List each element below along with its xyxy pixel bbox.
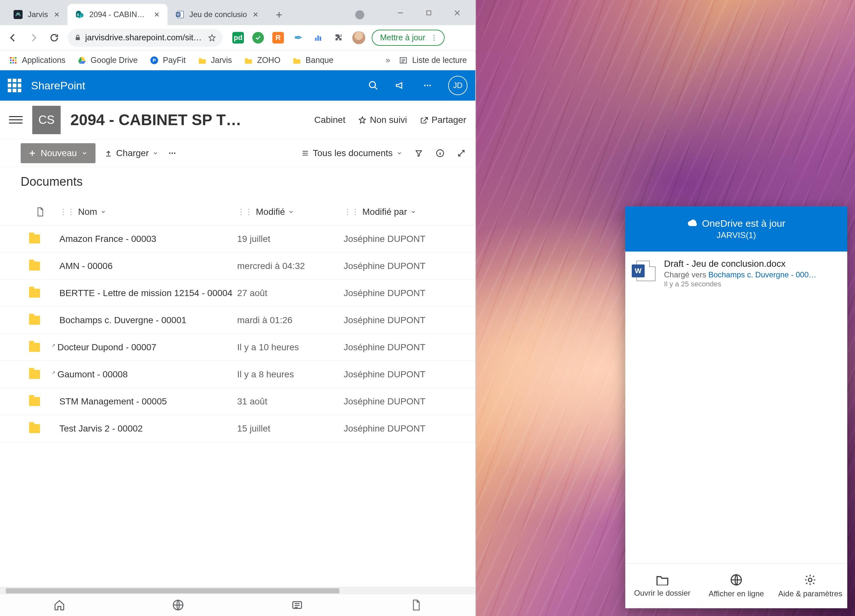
extension-bars-icon[interactable] bbox=[312, 32, 324, 44]
info-icon[interactable] bbox=[435, 148, 445, 158]
row-modified-by: Joséphine DUPONT bbox=[343, 234, 466, 244]
extension-check-icon[interactable] bbox=[252, 32, 264, 44]
horizontal-scrollbar[interactable] bbox=[0, 587, 475, 595]
bookmark-zoho[interactable]: ZOHO bbox=[244, 55, 280, 65]
scrollbar-thumb[interactable] bbox=[6, 588, 339, 593]
column-modified[interactable]: ⋮⋮ Modifié bbox=[237, 207, 343, 217]
row-modified: Il y a 10 heures bbox=[237, 342, 343, 353]
profile-avatar-icon[interactable] bbox=[352, 31, 365, 44]
site-logo[interactable]: CS bbox=[32, 106, 61, 134]
table-row[interactable]: ↗Docteur Dupond - 00007Il y a 10 heuresJ… bbox=[0, 334, 475, 361]
svg-point-18 bbox=[12, 60, 14, 61]
bookmark-jarvis[interactable]: Jarvis bbox=[198, 55, 232, 65]
tab-word[interactable]: W Jeu de conclusio bbox=[167, 4, 267, 25]
table-row[interactable]: ↗Gaumont - 00008Il y a 8 heuresJoséphine… bbox=[0, 361, 475, 388]
column-name[interactable]: ⋮⋮ Nom bbox=[59, 207, 237, 217]
column-modified-by[interactable]: ⋮⋮ Modifié par bbox=[343, 207, 466, 217]
more-actions-icon[interactable] bbox=[167, 148, 177, 158]
globe-icon[interactable] bbox=[170, 597, 186, 613]
extension-pd-icon[interactable]: pd bbox=[232, 32, 244, 44]
news-icon[interactable] bbox=[289, 597, 305, 613]
close-icon[interactable] bbox=[53, 10, 61, 19]
hamburger-menu-icon[interactable] bbox=[9, 113, 23, 127]
table-row[interactable]: Bochamps c. Duvergne - 00001mardi à 01:2… bbox=[0, 307, 475, 334]
table-row[interactable]: Test Jarvis 2 - 0000215 juilletJoséphine… bbox=[0, 415, 475, 442]
reading-list-button[interactable]: Liste de lecture bbox=[398, 55, 467, 65]
minimize-button[interactable] bbox=[394, 6, 407, 19]
view-selector[interactable]: Tous les documents bbox=[301, 148, 402, 158]
shared-badge-icon: ↗ bbox=[52, 343, 55, 348]
bookmark-gdrive[interactable]: Google Drive bbox=[77, 55, 138, 65]
table-row[interactable]: Amazon France - 0000319 juilletJoséphine… bbox=[0, 225, 475, 252]
app-launcher-icon[interactable] bbox=[8, 79, 21, 92]
close-icon[interactable] bbox=[153, 10, 161, 19]
bookmarks-overflow-icon[interactable]: » bbox=[386, 55, 390, 65]
tab-jarvis[interactable]: Jarvis bbox=[6, 4, 67, 25]
tab-label: Jarvis bbox=[28, 10, 48, 19]
star-icon[interactable] bbox=[208, 34, 216, 42]
site-title[interactable]: 2094 - CABINET SP TEA… bbox=[70, 111, 251, 129]
view-online-button[interactable]: Afficher en ligne bbox=[699, 563, 773, 608]
more-icon[interactable] bbox=[421, 79, 434, 92]
back-button[interactable] bbox=[6, 31, 20, 45]
address-bar[interactable]: jarvisdrive.sharepoint.com/site… bbox=[68, 29, 223, 47]
onedrive-footer: Ouvrir le dossier Afficher en ligne Aide… bbox=[625, 563, 847, 608]
forward-button[interactable] bbox=[26, 31, 41, 45]
extension-r-icon[interactable]: R bbox=[272, 32, 284, 44]
share-icon bbox=[420, 116, 429, 124]
svg-point-29 bbox=[429, 85, 431, 86]
extensions-menu-icon[interactable] bbox=[332, 32, 344, 44]
row-modified: Il y a 8 heures bbox=[237, 369, 343, 380]
upload-button[interactable]: Charger bbox=[104, 148, 158, 158]
maximize-button[interactable] bbox=[422, 6, 435, 19]
table-row[interactable]: AMN - 00006mercredi à 04:32Joséphine DUP… bbox=[0, 252, 475, 280]
close-window-button[interactable] bbox=[451, 6, 464, 19]
table-row[interactable]: STM Management - 0000531 aoûtJoséphine D… bbox=[0, 388, 475, 415]
row-modified: mardi à 01:26 bbox=[237, 315, 343, 326]
bookmark-banque[interactable]: Banque bbox=[292, 55, 333, 65]
word-favicon-icon: W bbox=[175, 9, 185, 20]
open-folder-button[interactable]: Ouvrir le dossier bbox=[625, 563, 699, 608]
home-icon[interactable] bbox=[51, 597, 67, 613]
bookmark-payfit[interactable]: P PayFit bbox=[149, 55, 186, 65]
user-avatar[interactable]: JD bbox=[448, 76, 467, 95]
sharepoint-title[interactable]: SharePoint bbox=[31, 79, 85, 92]
reload-button[interactable] bbox=[47, 31, 61, 45]
share-button[interactable]: Partager bbox=[420, 115, 466, 125]
open-folder-label: Ouvrir le dossier bbox=[634, 588, 691, 598]
onedrive-sync-item[interactable]: W Draft - Jeu de conclusion.docx Chargé … bbox=[633, 259, 840, 288]
new-button[interactable]: Nouveau bbox=[21, 143, 95, 163]
column-modified-by-label: Modifié par bbox=[362, 207, 407, 217]
tab-label: 2094 - CABINET S bbox=[89, 10, 148, 19]
extension-feather-icon[interactable]: ✒ bbox=[292, 32, 304, 44]
tab-sharepoint[interactable]: S 2094 - CABINET S bbox=[67, 4, 167, 25]
search-icon[interactable] bbox=[367, 79, 380, 92]
table-row[interactable]: BERTTE - Lettre de mission 12154 - 00004… bbox=[0, 280, 475, 307]
uploaded-prefix: Chargé vers bbox=[664, 270, 706, 279]
close-icon[interactable] bbox=[251, 10, 260, 19]
cabinet-link[interactable]: Cabinet bbox=[314, 115, 346, 125]
uploaded-link[interactable]: Bochamps c. Duvergne - 000… bbox=[708, 270, 816, 279]
folder-icon bbox=[29, 424, 40, 433]
follow-button[interactable]: Non suivi bbox=[358, 115, 407, 125]
row-modified-by: Joséphine DUPONT bbox=[343, 396, 466, 407]
document-icon[interactable] bbox=[408, 597, 424, 613]
gear-icon bbox=[804, 574, 816, 586]
new-tab-button[interactable] bbox=[270, 6, 288, 24]
account-presence-icon[interactable] bbox=[355, 10, 364, 19]
help-settings-button[interactable]: Aide & paramètres bbox=[773, 563, 847, 608]
chevron-down-icon bbox=[100, 209, 106, 215]
apps-button[interactable]: Applications bbox=[8, 55, 66, 65]
svg-point-20 bbox=[10, 62, 12, 63]
row-name: AMN - 00006 bbox=[59, 261, 113, 271]
svg-point-37 bbox=[809, 578, 812, 581]
expand-icon[interactable] bbox=[457, 148, 466, 158]
update-button[interactable]: Mettre à jour ⋮ bbox=[372, 30, 444, 46]
column-type-icon[interactable] bbox=[21, 207, 59, 217]
megaphone-icon[interactable] bbox=[394, 79, 407, 92]
svg-rect-10 bbox=[76, 37, 80, 40]
browser-window: Jarvis S 2094 - CABINET S W bbox=[0, 0, 476, 616]
filter-icon[interactable] bbox=[414, 148, 424, 158]
onedrive-header: OneDrive est à jour JARVIS(1) bbox=[625, 206, 847, 252]
cloud-icon bbox=[687, 220, 698, 227]
